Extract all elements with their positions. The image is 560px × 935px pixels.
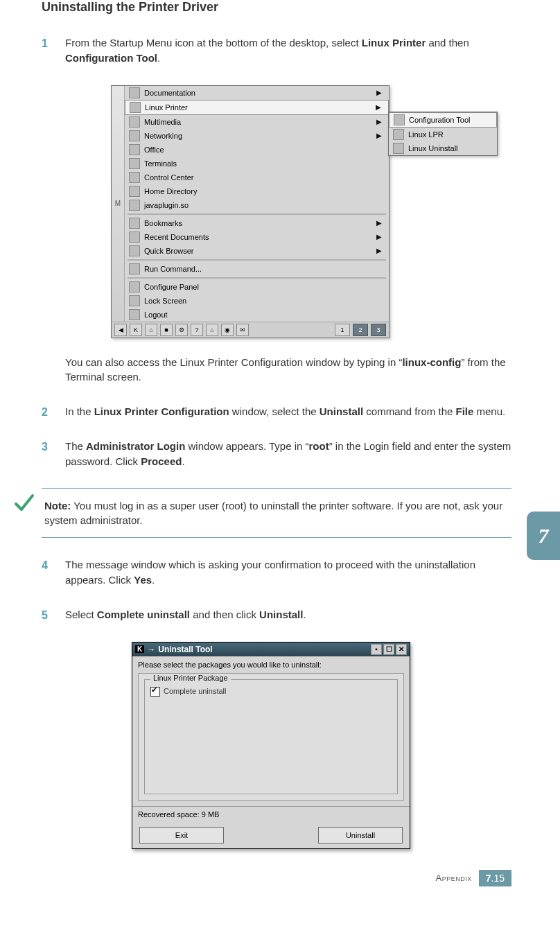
printer-icon [130,102,141,113]
step-3-number: 3 [42,439,48,455]
desktop-2-button[interactable]: 2 [353,324,368,336]
menu-separator [128,277,386,279]
fieldset-legend: Linux Printer Package [150,674,231,682]
step-5-number: 5 [42,607,48,623]
step-1: 1 From the Startup Menu icon at the bott… [65,35,511,66]
step-3: 3 The Administrator Login window appears… [65,439,511,469]
menu-item-recent-documents[interactable]: Recent Documents▶ [125,230,389,244]
settings-icon [129,172,140,183]
printer-icon [393,129,404,140]
close-icon[interactable]: ✕ [396,644,407,655]
chevron-right-icon: ▶ [376,89,385,96]
menu-item-lock-screen[interactable]: Lock Screen [125,294,389,308]
chevron-right-icon: ▶ [376,118,385,125]
taskbar-mail-icon[interactable]: ✉ [236,324,249,336]
uninstall-icon [393,143,404,154]
taskbar-kmenu-icon[interactable]: K [130,324,142,336]
chevron-right-icon: ▶ [376,132,385,139]
page-title: Uninstalling the Printer Driver [42,0,511,15]
submenu-linux-printer: Configuration Tool Linux LPR Linux Unins… [388,112,498,156]
checkmark-icon [14,493,35,514]
step-2: 2 In the Linux Printer Configuration win… [65,404,511,419]
taskbar-collapse-icon[interactable]: ◀ [114,324,127,336]
submenu-item-linux-lpr[interactable]: Linux LPR [389,128,497,141]
step-1b-text: You can also access the Linux Printer Co… [65,356,506,383]
taskbar: ◀ K ⌂ ■ ⚙ ? ⌂ ◉ ✉ 1 2 3 [112,322,389,338]
minimize-icon[interactable]: ▪ [371,644,382,655]
step-4: 4 The message window which is asking you… [65,557,511,588]
menu-item-quick-browser[interactable]: Quick Browser▶ [125,244,389,258]
menu-item-configure-panel[interactable]: Configure Panel [125,280,389,294]
browser-icon [129,245,140,256]
desktop-3-button[interactable]: 3 [371,324,386,336]
menu-separator [128,259,386,261]
menu-item-logout[interactable]: Logout [125,308,389,322]
step-5-text: Select Complete uninstall and then click… [65,609,306,620]
complete-uninstall-option[interactable]: Complete uninstall [150,687,227,695]
office-icon [129,144,140,155]
menu-item-control-center[interactable]: Control Center [125,171,389,184]
note-box: Note: You must log in as a super user (r… [42,488,511,538]
exit-button[interactable]: Exit [139,827,224,844]
submenu-item-linux-uninstall[interactable]: Linux Uninstall [389,141,497,155]
menu-item-documentation[interactable]: Documentation▶ [125,86,389,100]
dialog-titlebar[interactable]: K → Uninstall Tool ▪ ☐ ✕ [132,643,410,656]
arrow-icon: → [147,645,155,654]
document-icon [129,231,140,243]
menu-item-home-directory[interactable]: Home Directory [125,184,389,198]
chevron-right-icon: ▶ [376,103,384,111]
note-text: You must log in as a super user (root) t… [44,500,502,526]
note-label: Note: [44,500,71,512]
run-icon [129,263,140,274]
chevron-right-icon: ▶ [376,233,385,241]
dialog-status: Recovered space: 9 MB [132,806,410,822]
menu-separator [128,213,386,215]
figure-uninstall-dialog: K → Uninstall Tool ▪ ☐ ✕ Please select t… [132,642,511,849]
step-1-continuation: You can also access the Linux Printer Co… [65,355,511,385]
dialog-instruction: Please select the packages you would lik… [132,656,410,673]
taskbar-home-icon[interactable]: ⌂ [206,324,218,336]
start-menu: M Documentation▶ Linux Printer▶ Configur… [111,85,390,338]
tool-icon [394,114,405,125]
step-2-number: 2 [42,404,48,420]
footer-page-number: 7.15 [479,870,511,886]
panel-icon [129,281,140,292]
taskbar-control-icon[interactable]: ⚙ [175,324,188,336]
menu-item-bookmarks[interactable]: Bookmarks▶ [125,216,389,230]
menu-item-terminals[interactable]: Terminals [125,157,389,171]
dialog-body: Linux Printer Package Complete uninstall [138,673,404,801]
step-4-text: The message window which is asking your … [65,559,475,586]
menu-item-networking[interactable]: Networking▶ [125,129,389,143]
taskbar-terminal-icon[interactable]: ■ [160,324,173,336]
maximize-icon[interactable]: ☐ [383,644,394,655]
step-1-number: 1 [42,35,48,51]
submenu-item-config-tool[interactable]: Configuration Tool [389,112,497,128]
menu-item-office[interactable]: Office [125,143,389,157]
step-4-number: 4 [42,557,48,573]
lock-icon [129,295,140,306]
chapter-tab: 7 [527,512,560,560]
bookmark-icon [129,218,140,229]
footer-appendix: Appendix [436,873,472,883]
menu-item-javaplugin[interactable]: javaplugin.so [125,198,389,212]
page-footer: Appendix 7.15 [42,870,511,886]
k-icon: K [135,645,144,653]
uninstall-dialog: K → Uninstall Tool ▪ ☐ ✕ Please select t… [132,642,410,849]
desktop-1-button[interactable]: 1 [335,324,350,336]
checkbox-icon[interactable] [150,687,160,697]
uninstall-button[interactable]: Uninstall [318,827,403,844]
chevron-right-icon: ▶ [376,219,385,227]
figure-start-menu: M Documentation▶ Linux Printer▶ Configur… [111,85,511,338]
menu-item-multimedia[interactable]: Multimedia▶ [125,115,389,129]
step-5: 5 Select Complete uninstall and then cli… [65,607,511,622]
step-3-text: The Administrator Login window appears. … [65,440,511,467]
menu-item-linux-printer[interactable]: Linux Printer▶ Configuration Tool Linux … [125,100,389,115]
menu-item-run-command[interactable]: Run Command... [125,262,389,276]
taskbar-help-icon[interactable]: ? [191,324,203,336]
taskbar-globe-icon[interactable]: ◉ [221,324,234,336]
folder-icon [129,87,140,98]
step-2-text: In the Linux Printer Configuration windo… [65,405,505,417]
dialog-title: Uninstall Tool [158,645,212,654]
taskbar-desktop-icon[interactable]: ⌂ [145,324,157,336]
terminal-icon [129,158,140,169]
